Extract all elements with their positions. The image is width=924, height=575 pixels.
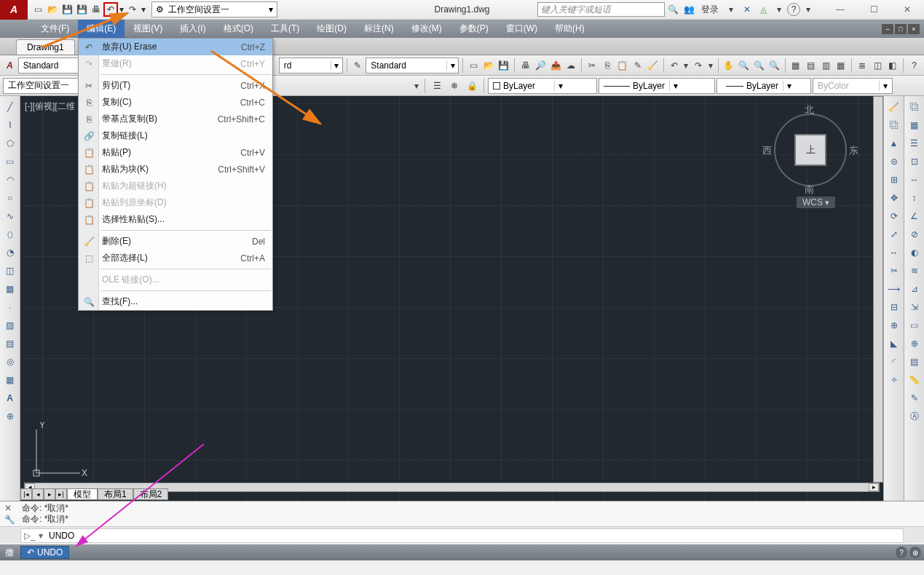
edit-menu-item-0[interactable]: ↶放弃(U) EraseCtrl+Z — [79, 39, 272, 55]
save2-icon[interactable]: 💾 — [497, 58, 511, 74]
extend-icon[interactable]: ⟶ — [886, 281, 902, 297]
edit-menu-item-4[interactable]: ⎘复制(C)Ctrl+C — [79, 94, 272, 111]
login-button[interactable]: 登录 — [701, 4, 719, 16]
search-input[interactable]: 键入关键字或短语 — [537, 2, 665, 17]
zoom-icon[interactable]: 🔍 — [737, 58, 751, 74]
table-icon[interactable]: ▦ — [2, 372, 18, 388]
new2-icon[interactable]: ▭ — [467, 58, 481, 74]
menu-help[interactable]: 帮助(H) — [546, 20, 593, 38]
edit-menu-item-8[interactable]: 📋粘贴为块(K)Ctrl+Shift+V — [79, 161, 272, 178]
tab-last[interactable]: ▸| — [55, 488, 67, 500]
arc-icon[interactable]: ◠ — [2, 172, 18, 188]
maximize-button[interactable]: ☐ — [857, 0, 891, 20]
edit-menu-item-3[interactable]: ✂剪切(T)Ctrl+X — [79, 77, 272, 94]
region-icon[interactable]: ◎ — [2, 354, 18, 370]
vertical-scrollbar[interactable] — [873, 96, 883, 483]
clean-icon[interactable]: 🧹 — [646, 58, 660, 74]
layer-lweight-combo[interactable]: —— ByLayer▾ — [716, 78, 811, 94]
break-icon[interactable]: ⊟ — [886, 299, 902, 315]
line-icon[interactable]: ╱ — [2, 99, 18, 115]
fillet-icon[interactable]: ◜ — [886, 354, 902, 370]
dimstyle-icon[interactable]: Ⓐ — [907, 408, 923, 424]
undo-icon[interactable]: ↶ — [103, 2, 118, 17]
dim2-icon[interactable]: ↕ — [907, 190, 923, 206]
tab-first[interactable]: |◂ — [20, 488, 32, 500]
ellipsearc-icon[interactable]: ◔ — [2, 245, 18, 261]
mtext-icon[interactable]: A — [2, 390, 18, 406]
menu-dim[interactable]: 标注(N) — [355, 20, 403, 38]
xref-icon[interactable]: ◧ — [886, 58, 900, 74]
edit-menu-item-11[interactable]: 📋选择性粘贴(S)... — [79, 211, 272, 228]
menu-tool[interactable]: 工具(T) — [262, 20, 308, 38]
menu-file[interactable]: 文件(F) — [32, 20, 78, 38]
app-logo[interactable]: A — [0, 0, 28, 20]
mirror-icon[interactable]: ▲ — [886, 135, 902, 151]
open-icon[interactable]: 📂 — [45, 2, 60, 17]
dim12-icon[interactable]: 📏 — [907, 372, 923, 388]
group-icon[interactable]: ⿻ — [907, 99, 923, 115]
dim8-icon[interactable]: ⇲ — [907, 299, 923, 315]
trim-icon[interactable]: ✂ — [886, 263, 902, 279]
login-dd-icon[interactable]: ▾ — [723, 1, 739, 17]
redo-icon[interactable]: ↷ — [125, 2, 140, 17]
menu-view[interactable]: 视图(V) — [125, 20, 171, 38]
edit-menu-item-18[interactable]: 🔍查找(F)... — [79, 293, 272, 310]
pline-icon[interactable]: ⌇ — [2, 117, 18, 133]
brush-icon[interactable]: ✎ — [351, 58, 365, 74]
dim5-icon[interactable]: ◐ — [907, 245, 923, 261]
editgroup-icon[interactable]: ⊡ — [907, 154, 923, 170]
dim7-icon[interactable]: ⊿ — [907, 281, 923, 297]
scale-icon[interactable]: ⤢ — [886, 226, 902, 242]
cmd-recent-dd[interactable]: ▾ — [39, 531, 49, 541]
menu-format[interactable]: 格式(O) — [215, 20, 262, 38]
menu-draw[interactable]: 绘图(D) — [308, 20, 355, 38]
sheet-icon[interactable]: ▤ — [804, 58, 818, 74]
redo2-icon[interactable]: ↷ — [692, 58, 706, 74]
tab-layout2[interactable]: 布局2 — [133, 488, 169, 500]
save-icon[interactable]: 💾 — [60, 2, 74, 17]
ellipse-icon[interactable]: ⬯ — [2, 226, 18, 242]
mdi-close[interactable]: × — [908, 24, 920, 34]
gradient-icon[interactable]: ▤ — [2, 336, 18, 352]
ungroup-icon[interactable]: ▦ — [907, 117, 923, 133]
viewcube[interactable]: 上 北 南 西 东 — [767, 106, 854, 194]
dimstyle-combo-partial[interactable]: rd▾ — [279, 58, 343, 74]
close-button[interactable]: ✕ — [891, 0, 924, 20]
chamfer-icon[interactable]: ◣ — [886, 336, 902, 352]
textstyle-icon[interactable]: A — [3, 58, 17, 74]
plot-icon[interactable]: 🖶 — [518, 58, 532, 74]
undo-dd-icon[interactable]: ▾ — [118, 2, 125, 17]
tab-model[interactable]: 模型 — [67, 488, 98, 500]
zoomprev-icon[interactable]: 🔍 — [767, 58, 781, 74]
tab-layout1[interactable]: 布局1 — [98, 488, 133, 500]
menu-modify[interactable]: 修改(M) — [403, 20, 451, 38]
tool-icon[interactable]: ▥ — [819, 58, 833, 74]
explode-icon[interactable]: ✧ — [886, 372, 902, 388]
command-input[interactable] — [49, 531, 900, 541]
minimize-button[interactable]: — — [824, 0, 857, 20]
publish-icon[interactable]: 📤 — [549, 58, 563, 74]
saveas-icon[interactable]: 💾 — [74, 2, 89, 17]
dimedit-icon[interactable]: ✎ — [907, 390, 923, 406]
redo2-dd[interactable]: ▾ — [706, 58, 714, 74]
erase-icon[interactable]: 🧹 — [886, 99, 902, 115]
cut-icon[interactable]: ✂ — [585, 58, 599, 74]
new-icon[interactable]: ▭ — [31, 2, 45, 17]
circle-icon[interactable]: ○ — [2, 190, 18, 206]
prop-icon[interactable]: ▦ — [789, 58, 802, 74]
status-undo-chip[interactable]: ↶ UNDO — [20, 546, 69, 559]
edit-menu-item-7[interactable]: 📋粘贴(P)Ctrl+V — [79, 144, 272, 161]
layer-color-combo[interactable]: ByLayer▾ — [488, 78, 597, 94]
viewport-label[interactable]: [-][俯视][二维 — [25, 100, 75, 113]
workspace-input[interactable] — [167, 3, 265, 16]
undo2-icon[interactable]: ↶ — [668, 58, 682, 74]
tab-prev[interactable]: ◂ — [32, 488, 44, 500]
chevron-down-icon[interactable]: ▾ — [265, 4, 277, 15]
layermgr-icon[interactable]: ▾ — [412, 78, 421, 94]
wcs-label[interactable]: WCS ▾ — [797, 197, 835, 208]
layerfrz-icon[interactable]: ❄ — [446, 78, 462, 94]
calc-icon[interactable]: ▦ — [834, 58, 848, 74]
mdi-max[interactable]: □ — [895, 24, 907, 34]
command-line[interactable]: ▷_ ▾ — [20, 528, 904, 543]
cmd-close-icon[interactable]: ✕ — [4, 503, 12, 514]
